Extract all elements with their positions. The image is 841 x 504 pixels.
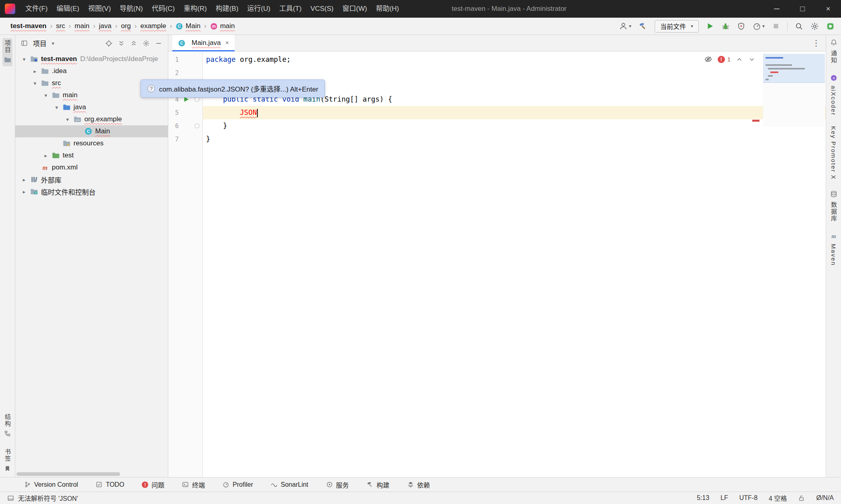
collapse-all-icon[interactable] <box>130 40 137 47</box>
breadcrumb-item[interactable]: org <box>121 22 131 30</box>
tree-item[interactable]: mpom.xml <box>15 161 168 173</box>
profiler-gauge-icon[interactable]: ▾ <box>753 22 765 31</box>
file-encoding[interactable]: UTF-8 <box>739 494 757 502</box>
debug-bug-icon[interactable] <box>721 22 730 31</box>
coverage-shield-icon[interactable] <box>737 22 745 31</box>
indent-style[interactable]: 4 空格 <box>769 493 787 503</box>
code-line[interactable]: } <box>203 119 826 133</box>
editor-code[interactable]: package org.example; public static void … <box>203 51 826 477</box>
settings-gear-icon[interactable] <box>810 22 819 31</box>
menu-build[interactable]: 构建(B) <box>211 0 243 18</box>
menu-file[interactable]: 文件(F) <box>21 0 52 18</box>
editor-tab-main-java[interactable]: C Main.java × <box>172 35 235 51</box>
menu-code[interactable]: 代码(C) <box>147 0 180 18</box>
status-extra[interactable]: Ø/N/A <box>816 494 834 502</box>
close-button[interactable]: × <box>815 0 841 18</box>
run-configuration-select[interactable]: 当前文件▾ <box>655 20 699 33</box>
editor-options-icon[interactable]: ⋮ <box>812 38 820 48</box>
tree-chevron-icon[interactable]: ▸ <box>19 177 29 183</box>
tree-item[interactable]: ▾java <box>15 101 168 113</box>
breadcrumb-item[interactable]: example <box>140 22 166 30</box>
breadcrumb-item[interactable]: src <box>56 22 65 30</box>
caret-position[interactable]: 5:13 <box>697 494 709 502</box>
tree-chevron-icon[interactable]: ▸ <box>30 68 40 74</box>
tool-button-todo[interactable]: TODO <box>96 481 124 488</box>
line-separator[interactable]: LF <box>721 494 728 502</box>
tool-button-sonarlint[interactable]: SonarLint <box>271 481 308 488</box>
highlighting-off-eye-icon[interactable] <box>704 55 712 63</box>
plugin-icon[interactable] <box>826 22 835 31</box>
tool-button-services[interactable]: 服务 <box>326 480 349 490</box>
menu-help[interactable]: 帮助(H) <box>372 0 404 18</box>
breadcrumb-item[interactable]: java <box>99 22 111 30</box>
tree-chevron-icon[interactable]: ▸ <box>19 189 29 195</box>
tree-item[interactable]: ▸外部库 <box>15 173 168 186</box>
menu-navigate[interactable]: 导航(N) <box>115 0 147 18</box>
minimize-button[interactable]: ─ <box>764 0 790 18</box>
tree-item[interactable]: ▸.idea <box>15 65 168 77</box>
hide-panel-icon[interactable] <box>155 40 162 47</box>
fold-marker-icon[interactable] <box>193 97 200 102</box>
chevron-down-icon[interactable]: ▾ <box>52 41 54 46</box>
run-icon[interactable] <box>706 22 714 30</box>
close-tab-icon[interactable]: × <box>225 39 229 47</box>
menu-tools[interactable]: 工具(T) <box>275 0 306 18</box>
menu-run[interactable]: 运行(U) <box>243 0 275 18</box>
breadcrumb-item[interactable]: main <box>220 22 235 30</box>
minimap[interactable] <box>763 54 825 127</box>
tool-button-database[interactable]: 数据库 <box>829 190 838 222</box>
menu-refactor[interactable]: 重构(R) <box>179 0 211 18</box>
horizontal-scrollbar[interactable] <box>16 472 120 476</box>
expand-all-icon[interactable] <box>118 40 125 47</box>
locate-file-icon[interactable] <box>105 40 112 47</box>
tool-button-bookmarks[interactable]: 书签 <box>3 449 12 473</box>
tool-button-maven[interactable]: m Maven <box>830 233 837 266</box>
menu-window[interactable]: 窗口(W) <box>338 0 372 18</box>
tree-chevron-icon[interactable]: ▸ <box>41 153 51 159</box>
tree-item[interactable]: ▾org.example <box>15 113 168 125</box>
tool-button-build[interactable]: 构建 <box>367 480 390 490</box>
tool-button-dependencies[interactable]: 依赖 <box>407 480 430 490</box>
tool-button-profiler[interactable]: Profiler <box>222 481 253 488</box>
breadcrumb-item[interactable]: Main <box>186 22 200 30</box>
code-line[interactable] <box>203 66 826 80</box>
import-suggestion-tooltip[interactable]: ? com.alibaba.fastjson2.JSON? (多重选择...) … <box>141 80 325 98</box>
tool-button-structure[interactable]: 结构 <box>3 414 12 438</box>
layout-panels-icon[interactable] <box>7 495 14 502</box>
tree-chevron-icon[interactable]: ▾ <box>19 56 29 62</box>
menu-view[interactable]: 视图(V) <box>84 0 115 18</box>
tree-item[interactable]: ▾test-mavenD:\IdeaProjects\IdeaProje <box>15 53 168 65</box>
tree-chevron-icon[interactable]: ▾ <box>52 104 61 110</box>
tree-item[interactable]: ▸临时文件和控制台 <box>15 186 168 198</box>
user-account-icon[interactable]: ▾ <box>619 22 631 31</box>
tool-button-project[interactable]: 项目 <box>2 38 12 66</box>
tree-item[interactable]: CMain <box>15 125 168 137</box>
menu-edit[interactable]: 编辑(E) <box>52 0 84 18</box>
next-error-icon[interactable] <box>748 56 755 63</box>
fold-marker-icon[interactable] <box>193 124 200 128</box>
search-everywhere-icon[interactable] <box>795 22 803 31</box>
unlock-icon[interactable] <box>798 495 805 502</box>
tool-button-key-promoter[interactable]: Key Promoter X <box>830 126 837 180</box>
tool-button-notifications[interactable]: 通知 <box>829 39 838 64</box>
build-hammer-icon[interactable] <box>639 22 647 31</box>
tool-button-problems[interactable]: !问题 <box>142 480 164 490</box>
panel-settings-icon[interactable] <box>143 40 150 47</box>
error-stripe-mark[interactable] <box>752 120 759 122</box>
error-badge-icon[interactable]: ! <box>718 56 725 63</box>
tool-button-version-control[interactable]: Version Control <box>24 481 78 488</box>
tree-chevron-icon[interactable]: ▾ <box>41 92 51 98</box>
tool-button-terminal[interactable]: 终端 <box>182 480 205 490</box>
tree-item[interactable]: ▸test <box>15 149 168 161</box>
maximize-button[interactable]: □ <box>790 0 815 18</box>
breadcrumb-item[interactable]: main <box>75 22 90 30</box>
code-line[interactable]: } <box>203 133 826 146</box>
menu-vcs[interactable]: VCS(S) <box>306 0 338 18</box>
code-line[interactable]: JSON <box>203 106 826 119</box>
previous-error-icon[interactable] <box>736 56 743 63</box>
tool-button-aixcoder[interactable]: a aiXcoder <box>830 74 837 116</box>
breadcrumb-item[interactable]: test-maven <box>10 22 47 30</box>
tree-chevron-icon[interactable]: ▾ <box>63 116 72 122</box>
tree-item[interactable]: resources <box>15 137 168 149</box>
tree-chevron-icon[interactable]: ▾ <box>30 80 40 86</box>
